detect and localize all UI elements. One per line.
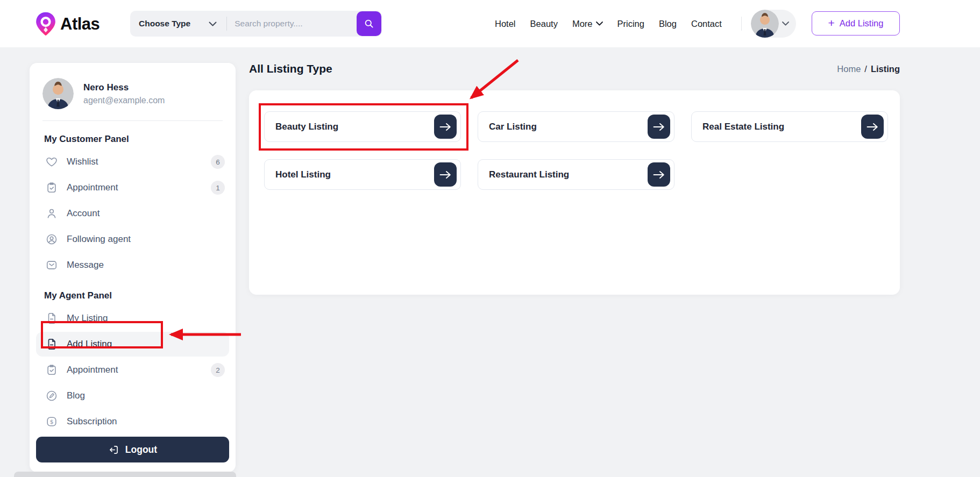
mail-icon <box>46 259 58 271</box>
car-listing-card[interactable]: Car Listing <box>478 111 674 142</box>
sidebar-item-following-agent[interactable]: Following agent <box>36 227 229 252</box>
clipboard-check-icon <box>46 364 58 376</box>
add-listing-button[interactable]: + Add Listing <box>812 11 900 35</box>
brand-name: Atlas <box>60 15 100 34</box>
sidebar-item-add-listing[interactable]: Add Listing <box>36 332 229 357</box>
customer-panel-title: My Customer Panel <box>44 134 229 145</box>
nav-link-contact[interactable]: Contact <box>691 19 722 29</box>
beauty-listing-arrow-button[interactable] <box>434 115 457 139</box>
file-icon <box>46 312 58 324</box>
nav-link-more[interactable]: More <box>572 19 603 29</box>
arrow-right-icon <box>653 123 665 131</box>
logout-icon <box>108 444 119 455</box>
navbar-divider <box>741 17 742 31</box>
account-sidebar: Nero Hess agent@example.com My Customer … <box>30 63 236 472</box>
edit-icon <box>46 390 58 402</box>
sidebar-item-account[interactable]: Account <box>36 201 229 226</box>
arrow-right-icon <box>867 123 878 131</box>
sidebar-item-agent-appointment[interactable]: Appointment 2 <box>36 358 229 382</box>
sidebar-item-blog[interactable]: Blog <box>36 383 229 408</box>
user-circle-icon <box>46 233 58 245</box>
brand-logo[interactable]: Atlas <box>34 11 100 37</box>
real-estate-listing-arrow-button[interactable] <box>861 115 884 139</box>
search-icon <box>364 18 374 29</box>
hotel-listing-card[interactable]: Hotel Listing <box>264 159 461 190</box>
main-header: All Listing Type Home / Listing <box>249 57 900 81</box>
listing-type-select[interactable]: Choose Type <box>130 19 226 29</box>
sidebar-item-appointment[interactable]: Appointment 1 <box>36 175 229 200</box>
listing-type-panel: Beauty Listing Car Listing Real Estate L… <box>249 90 900 295</box>
dollar-icon: $ <box>46 416 58 428</box>
sidebar-user-card: Nero Hess agent@example.com <box>42 78 229 109</box>
nav-link-pricing[interactable]: Pricing <box>617 19 644 29</box>
top-navbar: Atlas Choose Type Hotel Beauty More Pric… <box>0 0 980 47</box>
sidebar-item-subscription[interactable]: $ Subscription <box>36 409 229 434</box>
main-navigation: Hotel Beauty More Pricing Blog Contact <box>495 0 722 47</box>
wishlist-count-badge: 6 <box>211 155 225 169</box>
user-email: agent@example.com <box>83 96 165 105</box>
file-icon <box>46 338 58 350</box>
search-input[interactable] <box>227 19 357 29</box>
sidebar-item-wishlist[interactable]: Wishlist 6 <box>36 149 229 174</box>
avatar <box>42 78 74 109</box>
chevron-down-icon <box>209 22 217 26</box>
nav-link-blog[interactable]: Blog <box>659 19 677 29</box>
breadcrumb: Home / Listing <box>837 64 900 74</box>
agent-appointment-count-badge: 2 <box>211 363 225 377</box>
sidebar-item-message[interactable]: Message <box>36 253 229 277</box>
arrow-right-icon <box>653 170 665 179</box>
arrow-right-icon <box>439 123 451 131</box>
agent-panel-title: My Agent Panel <box>44 290 229 301</box>
clipboard-check-icon <box>46 182 58 194</box>
atlas-pin-icon <box>34 11 57 37</box>
nav-link-beauty[interactable]: Beauty <box>530 19 558 29</box>
breadcrumb-home-link[interactable]: Home <box>837 64 861 74</box>
nav-link-hotel[interactable]: Hotel <box>495 19 516 29</box>
sidebar-item-my-listing[interactable]: My Listing <box>36 306 229 331</box>
add-listing-button-label: Add Listing <box>840 18 884 29</box>
restaurant-listing-arrow-button[interactable] <box>648 162 670 187</box>
hotel-listing-arrow-button[interactable] <box>434 162 457 187</box>
heart-icon <box>46 156 58 168</box>
property-search-bar: Choose Type <box>130 11 382 37</box>
breadcrumb-separator: / <box>864 64 867 74</box>
svg-text:$: $ <box>50 418 54 425</box>
scrolled-card-edge <box>14 472 236 477</box>
chevron-down-icon <box>596 22 603 26</box>
breadcrumb-current: Listing <box>871 64 900 74</box>
user-icon <box>46 208 58 219</box>
plus-icon: + <box>828 17 835 29</box>
page-title: All Listing Type <box>249 62 332 75</box>
car-listing-arrow-button[interactable] <box>648 115 670 139</box>
real-estate-listing-card[interactable]: Real Estate Listing <box>691 111 888 142</box>
restaurant-listing-card[interactable]: Restaurant Listing <box>478 159 674 190</box>
appointment-count-badge: 1 <box>211 181 225 195</box>
listing-type-select-value: Choose Type <box>139 19 190 29</box>
avatar <box>751 10 779 38</box>
beauty-listing-card[interactable]: Beauty Listing <box>264 111 461 142</box>
listing-type-grid: Beauty Listing Car Listing Real Estate L… <box>264 111 885 190</box>
logout-button-label: Logout <box>125 444 157 455</box>
chevron-down-icon <box>782 22 789 26</box>
logout-button[interactable]: Logout <box>36 437 229 462</box>
arrow-right-icon <box>439 170 451 179</box>
divider <box>42 120 223 121</box>
search-button[interactable] <box>357 11 381 36</box>
user-name: Nero Hess <box>83 82 165 93</box>
user-menu[interactable] <box>751 10 796 38</box>
